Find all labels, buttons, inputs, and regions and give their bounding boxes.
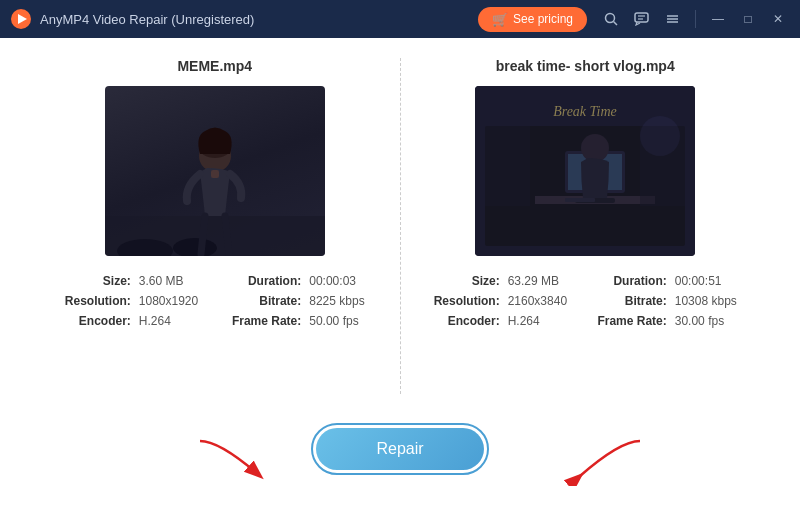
search-icon-btn[interactable]: [599, 10, 623, 28]
right-size-value: 63.29 MB: [508, 274, 581, 288]
left-video-filename: MEME.mp4: [177, 58, 252, 74]
svg-rect-26: [485, 126, 530, 206]
left-arrow-icon: [190, 431, 310, 486]
left-framerate-value: 50.00 fps: [309, 314, 379, 328]
titlebar-separator: [695, 10, 696, 28]
main-content: MEME.mp4: [0, 38, 800, 524]
right-duration-label: Duration:: [584, 274, 671, 288]
app-title: AnyMP4 Video Repair (Unregistered): [40, 12, 478, 27]
svg-rect-15: [211, 170, 219, 178]
right-encoder-label: Encoder:: [421, 314, 504, 328]
left-bitrate-value: 8225 kbps: [309, 294, 379, 308]
left-size-value: 3.60 MB: [139, 274, 213, 288]
hamburger-icon: [665, 12, 680, 26]
repair-button[interactable]: Repair: [316, 428, 483, 470]
svg-point-2: [606, 14, 615, 23]
search-icon: [604, 12, 618, 26]
left-size-label: Size:: [50, 274, 135, 288]
right-video-filename: break time- short vlog.mp4: [496, 58, 675, 74]
right-resolution-label: Resolution:: [421, 294, 504, 308]
left-resolution-value: 1080x1920: [139, 294, 213, 308]
right-encoder-value: H.264: [508, 314, 581, 328]
repair-button-box: Repair: [311, 423, 488, 475]
pricing-label: See pricing: [513, 12, 573, 26]
svg-point-23: [581, 134, 609, 162]
right-video-thumbnail: Break Time: [475, 86, 695, 256]
left-encoder-value: H.264: [139, 314, 213, 328]
close-button[interactable]: ✕: [766, 7, 790, 31]
right-bitrate-value: 10308 kbps: [675, 294, 750, 308]
maximize-button[interactable]: □: [736, 7, 760, 31]
right-thumbnail-image: Break Time: [475, 86, 695, 256]
see-pricing-button[interactable]: 🛒 See pricing: [478, 7, 587, 32]
left-framerate-label: Frame Rate:: [217, 314, 305, 328]
left-duration-label: Duration:: [217, 274, 305, 288]
svg-rect-4: [635, 13, 648, 22]
right-resolution-value: 2160x3840: [508, 294, 581, 308]
cart-icon: 🛒: [492, 12, 508, 27]
svg-point-28: [640, 116, 680, 156]
right-video-info: Size: 63.29 MB Duration: 00:00:51 Resolu…: [421, 274, 751, 328]
svg-text:Break Time: Break Time: [553, 104, 617, 119]
app-logo-icon: [10, 8, 32, 30]
left-encoder-label: Encoder:: [50, 314, 135, 328]
left-bitrate-label: Bitrate:: [217, 294, 305, 308]
left-video-info: Size: 3.60 MB Duration: 00:00:03 Resolut…: [50, 274, 380, 328]
minimize-button[interactable]: —: [706, 7, 730, 31]
chat-icon: [634, 12, 649, 26]
svg-line-3: [614, 22, 618, 26]
videos-row: MEME.mp4: [30, 58, 770, 394]
menu-icon-btn[interactable]: [660, 10, 685, 28]
left-resolution-label: Resolution:: [50, 294, 135, 308]
svg-rect-25: [565, 198, 595, 202]
right-size-label: Size:: [421, 274, 504, 288]
right-framerate-label: Frame Rate:: [584, 314, 671, 328]
right-arrow-icon: [530, 431, 650, 486]
chat-icon-btn[interactable]: [629, 10, 654, 28]
right-video-panel: break time- short vlog.mp4 Break Time: [401, 58, 771, 394]
titlebar: AnyMP4 Video Repair (Unregistered) 🛒 See…: [0, 0, 800, 38]
left-video-panel: MEME.mp4: [30, 58, 401, 394]
right-framerate-value: 30.00 fps: [675, 314, 750, 328]
left-video-thumbnail: [105, 86, 325, 256]
bottom-area: Repair: [30, 394, 770, 504]
left-duration-value: 00:00:03: [309, 274, 379, 288]
right-bitrate-label: Bitrate:: [584, 294, 671, 308]
left-thumbnail-image: [105, 86, 325, 256]
right-duration-value: 00:00:51: [675, 274, 750, 288]
titlebar-controls: — □ ✕: [599, 7, 790, 31]
repair-button-wrapper: Repair: [311, 423, 488, 475]
